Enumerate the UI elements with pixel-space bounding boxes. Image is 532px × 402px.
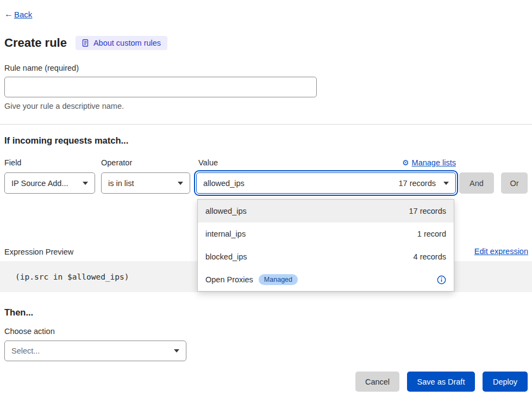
rule-name-helper: Give your rule a descriptive name.: [4, 102, 124, 110]
chevron-down-icon: [178, 182, 183, 185]
and-button[interactable]: And: [459, 172, 494, 194]
rule-name-label: Rule name (required): [4, 64, 79, 72]
back-arrow-icon: ←: [4, 9, 13, 19]
back-link[interactable]: ← Back: [4, 9, 32, 19]
field-select[interactable]: IP Source Add...: [4, 172, 95, 194]
action-select-placeholder: Select...: [11, 347, 40, 355]
about-badge-label: About custom rules: [93, 39, 161, 47]
value-select-name: allowed_ips: [203, 179, 245, 188]
create-rule-page: ← Back Create rule About custom rules Ru…: [0, 0, 532, 402]
cancel-button[interactable]: Cancel: [355, 372, 399, 392]
rule-name-input[interactable]: [4, 77, 317, 97]
docs-icon: [82, 39, 90, 47]
list-item-record-count: 17 records: [409, 207, 446, 215]
title-row: Create rule About custom rules: [4, 36, 167, 50]
choose-action-label: Choose action: [4, 327, 55, 336]
chevron-down-icon: [443, 182, 449, 185]
manage-lists-label: Manage lists: [412, 158, 456, 167]
page-title: Create rule: [4, 36, 67, 50]
action-select[interactable]: Select...: [4, 341, 186, 361]
list-item-name: internal_ips: [205, 230, 246, 238]
list-item-name: allowed_ips: [205, 207, 247, 215]
list-item-blocked-ips[interactable]: blocked_ips 4 records: [198, 245, 454, 268]
list-item-open-proxies[interactable]: Open Proxies Managed: [198, 268, 454, 291]
field-select-value: IP Source Add...: [11, 179, 68, 188]
info-icon[interactable]: [437, 275, 446, 285]
list-item-record-count: 1 record: [417, 230, 446, 238]
value-dropdown-menu: allowed_ips 17 records internal_ips 1 re…: [197, 199, 454, 292]
expression-preview-label: Expression Preview: [4, 248, 73, 256]
list-item-name: blocked_ips: [205, 252, 247, 261]
or-button[interactable]: Or: [501, 172, 528, 194]
match-section-heading: If incoming requests match...: [4, 135, 128, 146]
operator-select[interactable]: is in list: [101, 172, 190, 194]
manage-lists-link[interactable]: ⚙ Manage lists: [402, 158, 456, 167]
back-link-label[interactable]: Back: [14, 10, 32, 19]
chevron-down-icon: [174, 349, 179, 352]
edit-expression-link[interactable]: Edit expression: [474, 247, 528, 256]
about-custom-rules-link[interactable]: About custom rules: [76, 36, 167, 50]
operator-label: Operator: [101, 158, 132, 167]
deploy-button[interactable]: Deploy: [483, 372, 528, 392]
value-select-record-count: 17 records: [398, 179, 436, 188]
expression-code: (ip.src in $allowed_ips): [15, 273, 129, 281]
footer-actions: Cancel Save as Draft Deploy: [355, 372, 528, 392]
save-as-draft-button[interactable]: Save as Draft: [407, 372, 475, 392]
then-section-heading: Then...: [4, 307, 33, 318]
value-select[interactable]: allowed_ips 17 records: [196, 172, 456, 194]
managed-badge: Managed: [259, 274, 298, 285]
list-item-allowed-ips[interactable]: allowed_ips 17 records: [198, 200, 454, 222]
value-label: Value: [198, 158, 218, 167]
field-label: Field: [4, 158, 21, 167]
section-divider: [0, 124, 532, 125]
list-item-internal-ips[interactable]: internal_ips 1 record: [198, 222, 454, 245]
list-item-name: Open Proxies: [205, 275, 253, 284]
operator-select-value: is in list: [108, 179, 134, 188]
chevron-down-icon: [83, 182, 88, 185]
list-item-record-count: 4 records: [414, 252, 446, 261]
gear-icon: ⚙: [402, 158, 409, 167]
